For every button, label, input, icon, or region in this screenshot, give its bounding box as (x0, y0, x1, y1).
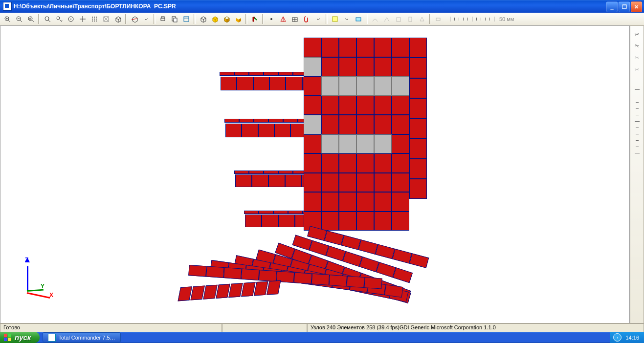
tb-sep (262, 14, 264, 24)
cube-shade2-icon[interactable] (233, 14, 244, 24)
svg-line-8 (32, 20, 34, 22)
shape4-icon[interactable] (405, 14, 416, 24)
copy-icon[interactable] (169, 14, 180, 24)
cube-wire-icon[interactable] (112, 14, 123, 24)
tb-sep (326, 14, 328, 24)
calc-icon[interactable] (181, 14, 192, 24)
status-mid (222, 323, 307, 332)
status-left: Готово (0, 323, 222, 332)
taskbar: пуск Total Commander 7.5… ‹ 14:16 (0, 332, 644, 343)
svg-point-12 (57, 17, 60, 20)
taskbar-item-icon (48, 334, 56, 342)
tag-icon[interactable] (433, 14, 444, 24)
tb-sep (245, 14, 247, 24)
axis-x-label: X (49, 292, 53, 299)
close-button[interactable]: ✕ (631, 1, 642, 12)
taskbar-item[interactable]: Total Commander 7.5… (43, 332, 120, 343)
tray-expand-icon[interactable]: ‹ (613, 333, 622, 342)
svg-point-25 (96, 21, 97, 21)
scissors-alt-icon[interactable]: ✂ (631, 40, 643, 51)
tool-hammer-icon[interactable] (249, 14, 260, 24)
svg-rect-28 (161, 17, 164, 18)
app-icon (3, 2, 12, 11)
system-tray: ‹ 14:16 (610, 332, 644, 343)
ruler-unit-label: 50 мм (499, 16, 514, 22)
axis-z-label: Z (25, 257, 28, 263)
scissors-v-icon: ✂ (633, 65, 642, 74)
window-buttons: ‗ ❐ ✕ (606, 1, 642, 12)
axis-y-label: Y (41, 283, 44, 290)
zoom-window-icon[interactable] (42, 14, 53, 24)
tb-sep (125, 14, 127, 24)
grid-points-icon[interactable] (89, 14, 100, 24)
shape2-icon[interactable] (381, 14, 392, 24)
minimize-button[interactable]: ‗ (606, 1, 618, 12)
svg-rect-27 (161, 18, 165, 21)
cube-yellow-icon[interactable] (209, 14, 220, 24)
shape3-icon[interactable] (393, 14, 404, 24)
point-icon[interactable] (266, 14, 277, 24)
svg-rect-39 (356, 18, 361, 21)
svg-rect-30 (174, 18, 177, 22)
zoom-in-icon[interactable] (2, 14, 13, 24)
dropdown-icon[interactable] (341, 14, 352, 24)
side-toolbar: ✂ ✂ ✂ ✂ (630, 25, 644, 323)
model-hull (181, 38, 450, 316)
label-icon[interactable] (353, 14, 364, 24)
dropdown-icon[interactable] (141, 14, 152, 24)
note-yellow-icon[interactable] (330, 14, 340, 24)
status-right: Узлов 240 Элементов 258 (39.4 fps)GDI Ge… (307, 323, 644, 332)
svg-line-1 (8, 20, 10, 22)
scissors-icon[interactable]: ✂ (633, 30, 642, 39)
zoom-fit-icon[interactable]: ⊕ (25, 14, 36, 24)
tb-sep (194, 14, 196, 24)
axis-triad: Z Y X (20, 259, 59, 299)
status-bar: Готово Узлов 240 Элементов 258 (39.4 fps… (0, 323, 644, 332)
svg-point-18 (94, 17, 95, 18)
shape1-icon[interactable] (370, 14, 380, 24)
print-icon[interactable] (157, 14, 168, 24)
svg-point-33 (270, 18, 272, 20)
windows-logo-icon (4, 334, 12, 342)
svg-text:⊕: ⊕ (29, 17, 32, 21)
svg-rect-41 (409, 17, 412, 21)
tb-sep (154, 14, 155, 24)
taskbar-item-label: Total Commander 7.5… (58, 335, 115, 341)
tray-clock: 14:16 (625, 335, 639, 341)
cut-plane-icon[interactable] (129, 14, 140, 24)
view-iso-icon[interactable] (198, 14, 208, 24)
sheet-icon[interactable] (289, 14, 300, 24)
pan-icon[interactable] (77, 14, 88, 24)
start-label: пуск (15, 333, 31, 342)
dropdown-icon[interactable] (313, 14, 324, 24)
svg-point-10 (45, 17, 49, 21)
start-button[interactable]: пуск (0, 332, 40, 343)
svg-line-11 (48, 20, 50, 22)
svg-point-21 (94, 19, 95, 20)
ruler-horizontal (448, 16, 496, 22)
rotate-icon[interactable] (66, 14, 76, 24)
maximize-button[interactable]: ❐ (619, 1, 630, 12)
3d-viewport[interactable]: Z Y X (0, 25, 630, 323)
svg-rect-38 (333, 17, 337, 21)
zoom-region-icon[interactable] (54, 14, 65, 24)
svg-point-17 (92, 17, 93, 18)
tb-sep (38, 14, 40, 24)
tb-sep (366, 14, 368, 24)
pyramid-icon[interactable] (278, 14, 289, 24)
shape5-icon[interactable] (417, 14, 427, 24)
svg-point-19 (96, 17, 97, 18)
tb-sep (429, 14, 431, 24)
svg-rect-31 (184, 17, 189, 21)
svg-point-22 (96, 19, 97, 20)
clip-icon[interactable] (301, 14, 312, 24)
svg-point-14 (70, 19, 71, 20)
scissors-h-icon: ✂ (633, 53, 642, 62)
svg-rect-40 (397, 18, 400, 21)
zoom-out-icon[interactable] (14, 14, 24, 24)
wireframe-icon[interactable] (101, 14, 111, 24)
window-title: H:\Объекты\Личные\Транспорт\БОРТЛИНКОРА_… (14, 3, 176, 10)
svg-rect-42 (436, 18, 440, 21)
svg-line-5 (20, 20, 22, 22)
cube-shade1-icon[interactable] (221, 14, 232, 24)
